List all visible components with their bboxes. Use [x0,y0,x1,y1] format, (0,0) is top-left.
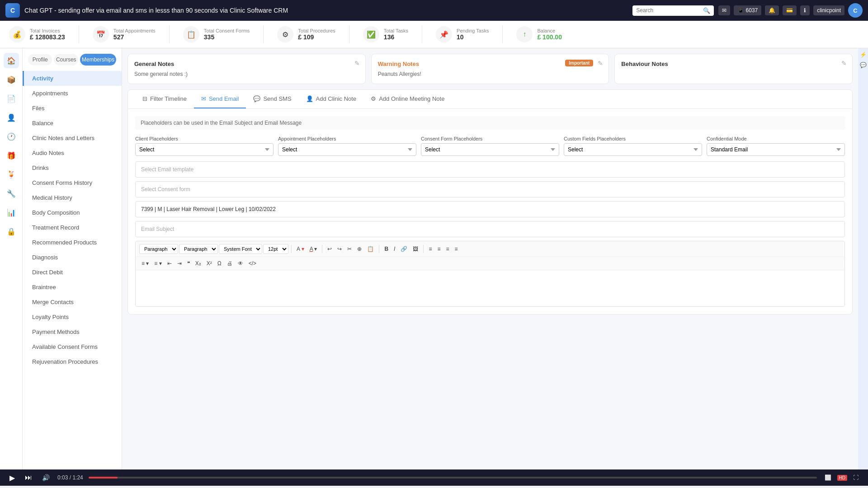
email-icon-btn[interactable]: ✉ [718,5,730,15]
info-btn[interactable]: ℹ [800,5,810,15]
nav-item-direct-debit[interactable]: Direct Debit [23,265,122,280]
next-button[interactable]: ⏭ [23,472,34,483]
tab-send-sms[interactable]: 💬 Send SMS [246,90,298,108]
toolbar-align-right-btn[interactable]: ≡ [443,244,451,253]
stat-divider-4 [349,25,349,43]
nav-item-merge-contacts[interactable]: Merge Contacts [23,295,122,310]
client-placeholder-select[interactable]: Select [135,143,274,156]
sidebar-icon-doc[interactable]: 📄 [4,91,19,106]
phone-btn[interactable]: 📱 6037 [734,5,761,15]
nav-item-clinic-notes[interactable]: Clinic Notes and Letters [23,131,122,145]
tab-filter-timeline[interactable]: ⊟ Filter Timeline [135,90,194,108]
toolbar-redo-btn[interactable]: ↪ [335,244,344,253]
behaviour-notes-edit-icon[interactable]: ✎ [841,60,847,67]
toolbar-undo-btn[interactable]: ↩ [325,244,334,253]
toolbar-align-justify-btn[interactable]: ≡ [452,244,460,253]
editor-body[interactable] [136,270,844,306]
toolbar-special-char-btn[interactable]: Ω [215,259,224,268]
sidebar-icon-lock[interactable]: 🔒 [4,224,19,239]
nav-item-balance[interactable]: Balance [23,116,122,131]
stat-total-appointments: 📅 Total Appointments 527 [93,26,156,42]
format-select[interactable]: Paragraph [179,244,218,254]
toolbar-ol-btn[interactable]: ≡ ▾ [152,259,164,268]
nav-item-audio-notes[interactable]: Audio Notes [23,145,122,160]
nav-item-loyalty-points[interactable]: Loyalty Points [23,310,122,324]
sidebar-icon-home[interactable]: 🏠 [4,53,19,68]
general-notes-card: General Notes ✎ Some general notes :) [127,54,366,84]
nav-item-appointments[interactable]: Appointments [23,86,122,101]
appointment-field[interactable]: 7399 | M | Laser Hair Removal | Lower Le… [135,201,845,217]
clinic-name-btn[interactable]: clinicpoint [813,5,844,15]
toolbar-font-color-btn[interactable]: A ▾ [307,244,320,253]
nav-item-rejuvenation[interactable]: Rejuvenation Procedures [23,354,122,369]
toolbar-italic-btn[interactable]: I [392,244,397,253]
sidebar-icon-gift[interactable]: 🎁 [4,148,19,163]
toolbar-cut-btn[interactable]: ✂ [345,244,354,253]
font-select[interactable]: System Font [219,244,262,254]
search-input[interactable] [636,7,700,14]
toolbar-link-btn[interactable]: 🔗 [398,244,410,253]
toolbar-source-btn[interactable]: </> [246,259,259,268]
nav-item-activity[interactable]: Activity [23,71,122,86]
nav-item-files[interactable]: Files [23,101,122,116]
email-subject-field[interactable]: Email Subject [135,221,845,237]
tab-profile[interactable]: Profile [28,54,52,66]
fullscreen-button[interactable]: ⛶ [851,473,861,482]
tab-memberships[interactable]: Memberships [80,54,116,66]
toolbar-image-btn[interactable]: 🖼 [410,244,420,253]
tab-send-email[interactable]: ✉ Send Email [194,90,246,108]
tab-add-meeting-note[interactable]: ⚙ Add Online Meeting Note [363,90,452,108]
nav-item-payment-methods[interactable]: Payment Methods [23,324,122,339]
tab-add-clinic-note[interactable]: 👤 Add Clinic Note [299,90,364,108]
toolbar-superscript-btn[interactable]: X² [204,259,214,268]
toolbar-align-left-btn[interactable]: ≡ [426,244,434,253]
toolbar-align-center-btn[interactable]: ≡ [435,244,443,253]
nav-item-body-composition[interactable]: Body Composition [23,205,122,220]
play-button[interactable]: ▶ [7,472,17,483]
toolbar-highlight-btn[interactable]: A ▾ [294,244,307,253]
sidebar-icon-box[interactable]: 📦 [4,72,19,87]
toolbar-paste-btn[interactable]: 📋 [365,244,376,253]
toolbar-preview-btn[interactable]: 👁 [236,259,245,268]
sidebar-icon-chart[interactable]: 📊 [4,205,19,220]
sidebar-icon-clock[interactable]: 🕐 [4,129,19,144]
style-select[interactable]: Paragraph [139,244,178,254]
volume-button[interactable]: 🔊 [40,473,52,483]
card-btn[interactable]: 💳 [783,5,797,15]
warning-notes-edit-icon[interactable]: ✎ [598,60,603,67]
toolbar-subscript-btn[interactable]: X₂ [193,259,203,268]
toolbar-quote-btn[interactable]: ❝ [185,259,192,268]
nav-item-consent-history[interactable]: Consent Forms History [23,175,122,190]
sidebar-icon-wrench[interactable]: 🔧 [4,186,19,201]
email-template-field[interactable]: Select Email template [135,161,845,178]
nav-item-diagnosis[interactable]: Diagnosis [23,250,122,265]
nav-item-drinks[interactable]: Drinks [23,160,122,175]
nav-item-available-consent-forms[interactable]: Available Consent Forms [23,339,122,354]
video-progress-bar[interactable] [89,477,817,479]
bell-btn[interactable]: 🔔 [765,5,779,15]
general-notes-edit-icon[interactable]: ✎ [354,60,360,67]
nav-item-treatment-record[interactable]: Treatment Record [23,220,122,235]
toolbar-print-btn[interactable]: 🖨 [225,259,235,268]
subtitles-button[interactable]: ⬜ [822,473,834,482]
consent-placeholder-select[interactable]: Select [421,143,559,156]
right-sidebar-icon-2[interactable]: 💬 [860,61,866,68]
size-select[interactable]: 12pt [263,244,288,254]
toolbar-bold-btn[interactable]: B [382,244,391,253]
nav-item-recommended-products[interactable]: Recommended Products [23,235,122,250]
nav-item-braintree[interactable]: Braintree [23,280,122,295]
custom-placeholder-select[interactable]: Select [564,143,702,156]
email-template-placeholder: Select Email template [141,166,193,173]
appointment-placeholder-select[interactable]: Select [278,143,416,156]
toolbar-indent-btn[interactable]: ⇥ [175,259,184,268]
tab-courses[interactable]: Courses [54,54,78,66]
toolbar-outdent-btn[interactable]: ⇤ [165,259,174,268]
confidential-mode-select[interactable]: Standard Email [707,143,845,156]
nav-item-medical-history[interactable]: Medical History [23,190,122,205]
toolbar-copy-btn[interactable]: ⊕ [355,244,364,253]
sidebar-icon-user[interactable]: 👤 [4,110,19,125]
right-sidebar-icon-1[interactable]: ⚡ [860,51,866,58]
toolbar-ul-btn[interactable]: ≡ ▾ [139,259,151,268]
consent-form-field[interactable]: Select Consent form [135,181,845,197]
sidebar-icon-drink[interactable]: 🍹 [4,167,19,182]
